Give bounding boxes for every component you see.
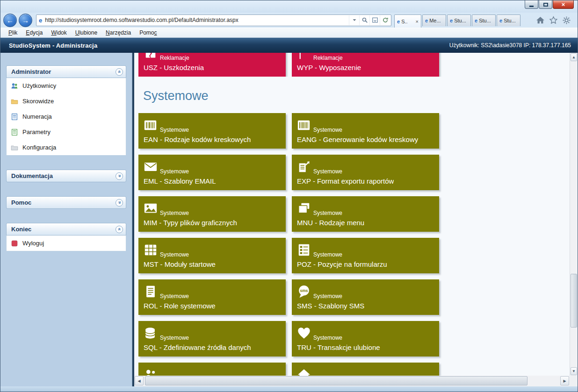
menu-plik[interactable]: Plik <box>4 29 22 37</box>
tile-ean[interactable]: SystemoweEAN - Rodzaje kodów kreskowych <box>138 113 286 149</box>
database-icon <box>144 326 158 340</box>
tile-people-icon[interactable] <box>138 363 286 376</box>
browser-tab[interactable]: eS..× <box>394 14 421 28</box>
sidebar-item-konfiguracja[interactable]: Konfiguracja <box>7 140 126 155</box>
tile-title: MST - Moduły startowe <box>144 260 216 268</box>
tile-mnu[interactable]: SystemoweMNU - Rodzaje menu <box>292 196 439 232</box>
tile-title: USZ - Uszkodzenia <box>144 64 204 71</box>
modules-icon <box>144 243 158 257</box>
scroll-down-arrow[interactable]: ▼ <box>571 367 577 375</box>
sidebar-item-skorowidze[interactable]: Skorowidze <box>7 93 126 109</box>
form-icon <box>297 243 311 257</box>
barcode-icon <box>297 118 311 132</box>
tile-category: Reklamacje <box>313 55 343 61</box>
tile-poz[interactable]: SystemowePOZ - Pozycje na formularzu <box>292 238 439 273</box>
tile-exp[interactable]: SystemoweEXP - Format exportu raportów <box>292 155 439 190</box>
tile-category: Systemowe <box>313 127 342 133</box>
gear-icon[interactable] <box>562 16 571 25</box>
envelope-icon <box>144 160 158 174</box>
tile-title: SMS - Szablony SMS <box>297 302 364 310</box>
ie-favicon-icon: e <box>450 18 453 23</box>
address-bar-tools <box>349 15 390 25</box>
tile-home-tile-icon[interactable] <box>292 363 439 376</box>
tile-category: Systemowe <box>160 210 189 216</box>
compatibility-icon[interactable] <box>369 15 380 25</box>
export-icon <box>297 160 311 174</box>
window-titlebar[interactable]: × <box>0 0 578 13</box>
tab-close-icon[interactable]: × <box>416 19 419 24</box>
forward-button[interactable]: → <box>19 14 32 27</box>
ie-page-icon: e <box>39 17 42 24</box>
sidebar-header-administrator[interactable]: Administrator« <box>6 65 126 78</box>
menu-ulubione[interactable]: Ulubione <box>71 29 101 37</box>
tile-eml[interactable]: SystemoweEML - Szablony EMAIL <box>138 155 286 190</box>
ie-favicon-icon: e <box>475 18 477 23</box>
menu-edycja[interactable]: Edycja <box>22 29 47 37</box>
browser-tab[interactable]: eStu... <box>497 14 520 26</box>
sidebar-section-title: Koniec <box>11 226 116 233</box>
back-button[interactable]: ← <box>3 14 17 27</box>
sidebar-bottom-fill <box>0 376 132 386</box>
address-bar[interactable]: e http://studiosystemroot.demo.softwares… <box>36 14 391 26</box>
tile-tru[interactable]: SystemoweTRU - Transakcje ulubione <box>292 321 439 356</box>
sidebar-item-label: Numeracja <box>22 113 52 120</box>
partial-tile-row <box>138 363 570 376</box>
browser-tab[interactable]: eStu... <box>472 14 496 26</box>
scroll-right-arrow[interactable]: ▶ <box>560 376 569 385</box>
close-button[interactable]: × <box>553 0 574 9</box>
scroll-left-arrow[interactable]: ◀ <box>135 376 144 385</box>
damage-icon <box>144 53 158 60</box>
scrollbar-corner <box>570 376 578 386</box>
vertical-scrollbar[interactable]: ▲ ▼ <box>570 53 578 376</box>
tile-title: POZ - Pozycje na formularzu <box>297 260 387 268</box>
sidebar-item-label: Wyloguj <box>22 240 44 247</box>
sidebar-header-dokumentacja[interactable]: Dokumentacja« <box>6 170 126 182</box>
horizontal-scrollbar[interactable]: ◀ ▶ <box>134 376 570 386</box>
browser-tab[interactable]: eStu... <box>447 14 471 26</box>
tab-strip: eS..×eMe...eStu...eStu...eStu... <box>394 14 521 28</box>
sidebar-item-parametry[interactable]: Parametry <box>7 124 126 140</box>
browser-tab[interactable]: eMe... <box>422 14 446 26</box>
horizontal-scroll-thumb[interactable] <box>145 376 527 385</box>
sidebar-section-title: Dokumentacja <box>11 172 116 179</box>
sidebar-item-numeracja[interactable]: Numeracja <box>7 109 126 124</box>
tile-wyp[interactable]: ReklamacjeWYP - Wyposazenie <box>292 53 439 77</box>
menu-pomoc[interactable]: Pomoc <box>135 29 161 37</box>
tile-category: Systemowe <box>160 251 189 258</box>
tile-sms[interactable]: smsSystemoweSMS - Szablony SMS <box>292 279 439 315</box>
user-info: Użytkownik: SS2\adasie3078 IP: 178.37.17… <box>449 42 571 49</box>
browser-window: × ← → e http://studiosystemroot.demo.sof… <box>0 0 578 392</box>
tile-mim[interactable]: SystemoweMIM - Typy plików graficznych <box>138 196 286 232</box>
expand-chevron-icon[interactable]: « <box>116 172 123 180</box>
scroll-up-arrow[interactable]: ▲ <box>571 53 577 61</box>
star-icon[interactable] <box>549 16 558 25</box>
maximize-button[interactable] <box>539 0 552 9</box>
tile-sql[interactable]: SystemoweSQL - Zdefiniowane źródła danyc… <box>138 321 286 356</box>
systemowe-tile-grid: SystemoweEAN - Rodzaje kodów kreskowychS… <box>138 113 570 356</box>
expand-chevron-icon[interactable]: « <box>116 199 123 207</box>
sidebar-header-koniec[interactable]: Koniec« <box>6 223 126 235</box>
reklamacje-tile-row: ReklamacjeUSZ - UszkodzeniaReklamacjeWYP… <box>138 53 570 77</box>
dropdown-icon[interactable] <box>349 15 359 25</box>
tab-label: Stu... <box>504 18 518 23</box>
home-icon[interactable] <box>536 16 545 25</box>
tile-title: EXP - Format exportu raportów <box>297 177 394 185</box>
sms-icon: sms <box>297 285 311 299</box>
sidebar-item-użytkownicy[interactable]: Użytkownicy <box>7 78 126 93</box>
menu-widok[interactable]: Widok <box>47 29 71 37</box>
sidebar-header-pomoc[interactable]: Pomoc« <box>6 196 126 209</box>
refresh-icon[interactable] <box>380 15 390 25</box>
tile-category: Systemowe <box>313 293 342 299</box>
collapse-chevron-icon[interactable]: « <box>116 68 123 76</box>
sidebar-item-wyloguj[interactable]: Wyloguj <box>7 235 126 251</box>
tile-mst[interactable]: SystemoweMST - Moduły startowe <box>138 238 286 273</box>
menu-narzędzia[interactable]: Narzędzia <box>101 29 135 37</box>
vertical-scroll-thumb[interactable] <box>571 274 577 328</box>
collapse-chevron-icon[interactable]: « <box>116 226 123 233</box>
browser-navigation-bar: ← → e http://studiosystemroot.demo.softw… <box>0 13 578 28</box>
minimize-button[interactable] <box>525 0 538 9</box>
tile-eang[interactable]: SystemoweEANG - Generowanie kodów kresko… <box>292 113 439 149</box>
tile-usz[interactable]: ReklamacjeUSZ - Uszkodzenia <box>138 53 286 77</box>
search-icon[interactable] <box>359 15 369 25</box>
tile-rol[interactable]: SystemoweROL - Role systemowe <box>138 279 286 315</box>
